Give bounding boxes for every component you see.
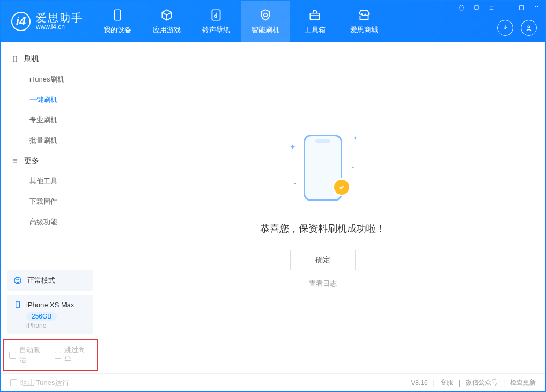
music-file-icon	[209, 8, 223, 22]
shirt-icon[interactable]	[458, 4, 465, 11]
checkbox-label: 跳过向导	[64, 345, 91, 365]
svg-point-5	[528, 26, 530, 28]
titlebar-controls	[458, 4, 540, 11]
svg-rect-2	[310, 13, 319, 20]
store-icon	[357, 8, 371, 22]
sidebar-item-download-firmware[interactable]: 下载固件	[1, 191, 100, 212]
sidebar-group-label: 更多	[24, 156, 39, 166]
user-button[interactable]	[521, 20, 537, 36]
device-mode-row[interactable]: 正常模式	[7, 270, 93, 291]
svg-rect-1	[212, 10, 220, 20]
minimize-icon[interactable]	[503, 4, 510, 11]
support-link[interactable]: 客服	[440, 378, 453, 387]
header-actions	[497, 20, 537, 36]
svg-rect-0	[115, 10, 121, 20]
sidebar-item-pro-flash[interactable]: 专业刷机	[1, 110, 100, 130]
svg-rect-8	[16, 301, 20, 308]
toolbox-icon	[308, 8, 322, 22]
tab-toolbox[interactable]: 工具箱	[290, 1, 340, 42]
version-label: V8.16	[411, 379, 427, 387]
app-header: i4 爱思助手 www.i4.cn 我的设备 应用游戏 铃声壁纸 智能刷机	[1, 1, 545, 42]
sidebar-item-other-tools[interactable]: 其他工具	[1, 171, 100, 191]
ok-button[interactable]: 确定	[290, 250, 356, 270]
check-update-link[interactable]: 检查更新	[510, 378, 536, 387]
main-tabs: 我的设备 应用游戏 铃声壁纸 智能刷机 工具箱 爱思商城	[93, 1, 389, 42]
cube-icon	[160, 8, 174, 22]
checkbox-skip-guide[interactable]: 跳过向导	[55, 345, 92, 365]
phone-icon	[11, 55, 19, 63]
checkbox-icon	[55, 352, 62, 359]
sidebar-item-advanced[interactable]: 高级功能	[1, 212, 100, 232]
checkbox-icon	[10, 379, 17, 386]
flash-options-highlight: 自动激活 跳过向导	[3, 339, 98, 371]
sidebar: 刷机 iTunes刷机 一键刷机 专业刷机 批量刷机 更多 其他工具 下载固件 …	[1, 42, 100, 373]
device-card[interactable]: iPhone XS Max 256GB iPhone	[7, 295, 93, 334]
tab-smart-flash[interactable]: 智能刷机	[241, 1, 290, 42]
tab-label: 爱思商城	[350, 25, 378, 35]
sidebar-item-batch-flash[interactable]: 批量刷机	[1, 130, 100, 151]
device-capacity: 256GB	[26, 312, 57, 321]
download-button[interactable]	[497, 20, 513, 36]
device-type: iPhone	[26, 322, 87, 329]
device-mode: 正常模式	[27, 276, 55, 285]
success-illustration: ✦ ✦ • •	[285, 128, 360, 208]
tab-ringtone[interactable]: 铃声壁纸	[191, 1, 241, 42]
separator: |	[503, 379, 505, 387]
menu-icon[interactable]	[488, 4, 495, 11]
checkbox-label: 阻止iTunes运行	[20, 378, 69, 388]
device-name: iPhone XS Max	[26, 301, 75, 309]
sync-icon	[13, 276, 22, 285]
wechat-link[interactable]: 微信公众号	[466, 378, 498, 387]
tab-label: 智能刷机	[252, 25, 279, 35]
tab-label: 应用游戏	[153, 25, 181, 35]
tab-store[interactable]: 爱思商城	[340, 1, 389, 42]
list-icon	[11, 157, 19, 165]
separator: |	[459, 379, 460, 387]
svg-rect-3	[474, 5, 479, 9]
sparkle-icon: •	[352, 165, 354, 171]
tab-my-device[interactable]: 我的设备	[93, 1, 142, 42]
checkbox-auto-activate[interactable]: 自动激活	[9, 345, 46, 365]
app-url: www.i4.cn	[36, 24, 83, 31]
tab-label: 铃声壁纸	[202, 25, 230, 35]
check-badge-icon	[333, 178, 351, 196]
tab-apps[interactable]: 应用游戏	[142, 1, 191, 42]
maximize-icon[interactable]	[518, 4, 525, 11]
phone-icon	[13, 300, 22, 309]
app-logo: i4 爱思助手 www.i4.cn	[1, 1, 93, 42]
sparkle-icon: ✦	[290, 143, 296, 151]
statusbar: 阻止iTunes运行 V8.16 | 客服 | 微信公众号 | 检查更新	[1, 373, 545, 391]
tab-label: 我的设备	[104, 25, 131, 35]
shield-sync-icon	[259, 8, 272, 22]
tab-label: 工具箱	[305, 25, 326, 35]
checkbox-block-itunes[interactable]: 阻止iTunes运行	[10, 378, 69, 388]
sidebar-item-itunes-flash[interactable]: iTunes刷机	[1, 69, 100, 90]
device-panel: 正常模式 iPhone XS Max 256GB iPhone	[1, 266, 100, 339]
separator: |	[433, 379, 435, 387]
device-icon	[110, 8, 124, 22]
app-name: 爱思助手	[36, 12, 83, 24]
sparkle-icon: ✦	[353, 135, 357, 141]
main-content: ✦ ✦ • • 恭喜您，保资料刷机成功啦！ 确定 查看日志	[100, 42, 545, 373]
svg-rect-4	[519, 5, 523, 10]
checkbox-label: 自动激活	[19, 345, 46, 365]
checkbox-icon	[9, 352, 16, 359]
svg-rect-6	[13, 56, 17, 62]
view-log-link[interactable]: 查看日志	[309, 279, 337, 289]
feedback-icon[interactable]	[473, 4, 480, 11]
close-icon[interactable]	[533, 4, 540, 11]
sidebar-item-oneclick-flash[interactable]: 一键刷机	[1, 90, 100, 110]
sidebar-group-label: 刷机	[24, 54, 39, 64]
sidebar-group-more: 更多	[1, 151, 100, 171]
logo-icon: i4	[11, 12, 31, 31]
sparkle-icon: •	[294, 181, 296, 187]
success-message: 恭喜您，保资料刷机成功啦！	[260, 222, 386, 235]
sidebar-group-flash: 刷机	[1, 49, 100, 69]
